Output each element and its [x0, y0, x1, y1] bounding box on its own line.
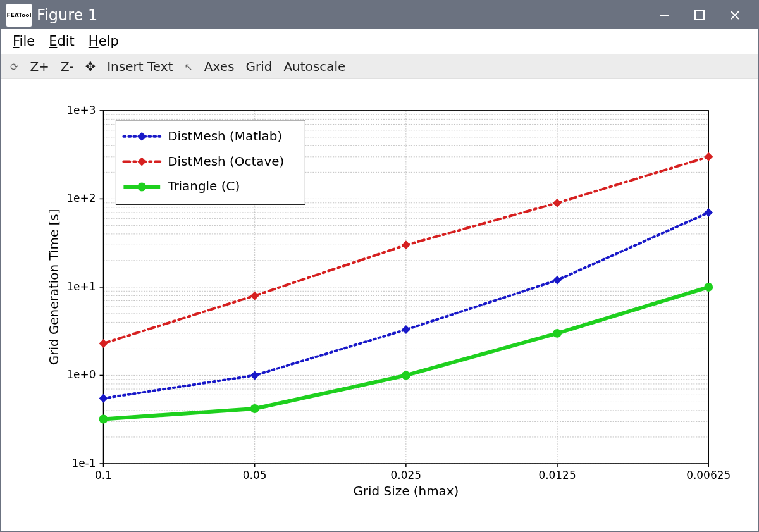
- menu-help[interactable]: Help: [83, 31, 124, 51]
- svg-text:0.0125: 0.0125: [538, 469, 576, 481]
- chart-svg: 1e-11e+01e+11e+21e+3 0.10.050.0250.01250…: [9, 84, 750, 528]
- app-logo: FEATool: [6, 4, 32, 27]
- svg-text:0.025: 0.025: [391, 469, 422, 481]
- svg-text:1e+3: 1e+3: [66, 104, 96, 116]
- svg-text:0.1: 0.1: [95, 469, 112, 481]
- legend-label: Triangle (C): [167, 180, 240, 194]
- svg-point-70: [704, 283, 713, 292]
- menu-edit[interactable]: Edit: [44, 31, 80, 51]
- menu-file[interactable]: File: [8, 31, 40, 51]
- zoom-in-button[interactable]: Z+: [30, 59, 49, 74]
- svg-point-67: [250, 404, 259, 413]
- legend: DistMesh (Matlab)DistMesh (Octave)Triang…: [116, 120, 305, 205]
- titlebar: FEATool Figure 1: [1, 1, 758, 29]
- svg-text:1e-1: 1e-1: [71, 457, 96, 469]
- svg-text:0.05: 0.05: [243, 469, 267, 481]
- close-button[interactable]: [717, 1, 753, 29]
- y-axis-label: Grid Generation Time [s]: [47, 209, 61, 366]
- reset-icon[interactable]: ⟳: [10, 61, 18, 73]
- window-title: Figure 1: [37, 6, 97, 24]
- x-axis-ticks: 0.10.050.0250.01250.00625: [95, 464, 731, 481]
- insert-text-button[interactable]: Insert Text: [107, 59, 173, 74]
- grid-button[interactable]: Grid: [245, 59, 272, 74]
- svg-text:1e+0: 1e+0: [66, 369, 96, 381]
- toolbar: ⟳ Z+ Z- ✥ Insert Text ↖ Axes Grid Autosc…: [1, 54, 758, 80]
- maximize-button[interactable]: [682, 1, 717, 29]
- figure-window: FEATool Figure 1 File Edit Help ⟳ Z+ Z- …: [0, 0, 759, 532]
- zoom-out-button[interactable]: Z-: [61, 59, 74, 74]
- legend-label: DistMesh (Matlab): [168, 129, 282, 144]
- autoscale-button[interactable]: Autoscale: [283, 59, 345, 74]
- y-axis-ticks: 1e-11e+01e+11e+21e+3: [66, 104, 103, 469]
- svg-point-74: [137, 183, 146, 192]
- x-axis-label: Grid Size (hmax): [353, 484, 459, 498]
- pan-icon[interactable]: ✥: [85, 59, 96, 74]
- svg-point-66: [99, 415, 108, 424]
- menubar: File Edit Help: [1, 29, 758, 54]
- svg-point-68: [402, 371, 410, 380]
- plot-area: 1e-11e+01e+11e+21e+3 0.10.050.0250.01250…: [1, 79, 758, 531]
- svg-text:1e+2: 1e+2: [66, 192, 96, 205]
- svg-text:0.00625: 0.00625: [686, 469, 731, 481]
- svg-rect-1: [695, 11, 704, 20]
- pointer-icon[interactable]: ↖: [184, 61, 192, 73]
- svg-text:1e+1: 1e+1: [66, 280, 96, 293]
- legend-label: DistMesh (Octave): [168, 154, 284, 169]
- minimize-button[interactable]: [646, 1, 682, 29]
- svg-point-69: [553, 329, 562, 338]
- axes-button[interactable]: Axes: [204, 59, 235, 74]
